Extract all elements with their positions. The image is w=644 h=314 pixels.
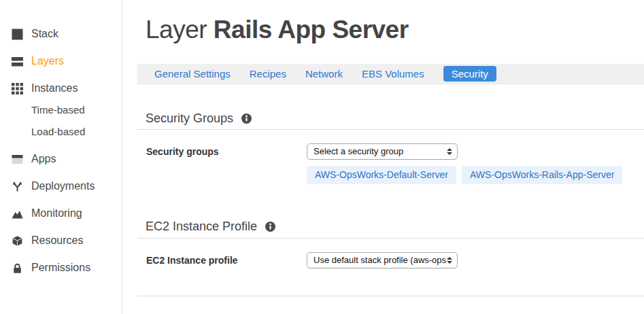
layers-icon — [12, 56, 23, 67]
sidebar-item-load-based[interactable]: Load-based — [0, 124, 122, 138]
select-value: Select a security group — [313, 146, 403, 156]
sidebar-item-resources[interactable]: Resources — [0, 234, 122, 247]
apps-icon — [12, 154, 23, 165]
security-groups-row: Security groups Select a security group … — [146, 143, 644, 184]
tab-recipes[interactable]: Recipes — [240, 64, 296, 84]
sidebar-item-label: Load-based — [31, 126, 85, 137]
security-groups-field: Select a security group AWS-OpsWorks-Def… — [307, 143, 622, 184]
sidebar-item-deployments[interactable]: Deployments — [0, 179, 122, 193]
sidebar-item-label: Instances — [31, 82, 78, 94]
sidebar-item-label: Resources — [31, 234, 83, 247]
deployments-fork-icon — [12, 181, 23, 192]
instances-grid-icon — [12, 83, 23, 94]
tab-bar: General Settings Recipes Network EBS Vol… — [137, 64, 644, 84]
sidebar-item-time-based[interactable]: Time-based — [0, 103, 122, 116]
main-panel: Layer Rails App Server General Settings … — [122, 0, 644, 314]
sidebar-item-apps[interactable]: Apps — [0, 152, 122, 166]
security-group-badges: AWS-OpsWorks-Default-Server AWS-OpsWorks… — [307, 166, 622, 184]
resources-cube-icon — [12, 235, 23, 247]
tab-security[interactable]: Security — [443, 66, 496, 82]
opsworks-layer-page: Stack Layers Ins — [0, 0, 644, 314]
sidebar-item-label: Stack — [31, 28, 58, 40]
info-icon[interactable] — [241, 114, 252, 124]
section-heading-ec2-instance-profile: EC2 Instance Profile — [146, 219, 644, 234]
section-heading-text: EC2 Instance Profile — [146, 220, 257, 234]
sidebar-item-label: Deployments — [31, 180, 95, 192]
section-heading-security-groups: Security Groups — [146, 111, 644, 126]
tab-ebs-volumes[interactable]: EBS Volumes — [352, 64, 434, 84]
sidebar-item-label: Permissions — [31, 262, 90, 274]
tab-general-settings[interactable]: General Settings — [145, 64, 240, 84]
select-arrows-icon — [446, 144, 452, 159]
ec2-instance-profile-label: EC2 Instance profile — [146, 252, 307, 268]
security-groups-label: Security groups — [146, 143, 307, 184]
sidebar-item-label: Apps — [31, 153, 56, 165]
sidebar-item-permissions[interactable]: Permissions — [0, 261, 122, 275]
section-heading-text: Security Groups — [146, 111, 233, 126]
sidebar-item-label: Monitoring — [31, 207, 82, 220]
badge-default-server[interactable]: AWS-OpsWorks-Default-Server — [307, 166, 456, 184]
sidebar-item-instances[interactable]: Instances — [0, 82, 122, 95]
tab-network[interactable]: Network — [296, 64, 352, 84]
ec2-instance-profile-row: EC2 Instance profile Use default stack p… — [146, 252, 644, 268]
sidebar-item-label: Time-based — [31, 104, 85, 116]
monitoring-chart-icon — [12, 208, 23, 220]
divider — [137, 296, 644, 296]
page-title: Layer Rails App Server — [146, 16, 644, 44]
security-groups-select[interactable]: Select a security group — [307, 143, 458, 160]
divider — [137, 238, 644, 239]
sidebar-item-monitoring[interactable]: Monitoring — [0, 207, 122, 220]
info-icon[interactable] — [265, 222, 275, 232]
sidebar-item-stack[interactable]: Stack — [0, 27, 122, 41]
lock-icon — [12, 262, 23, 274]
ec2-instance-profile-select[interactable]: Use default stack profile (aws-ops — [307, 252, 458, 268]
sidebar-item-label: Layers — [31, 55, 64, 67]
divider — [137, 129, 644, 130]
ec2-instance-profile-field: Use default stack profile (aws-ops — [307, 252, 458, 268]
page-title-name: Rails App Server — [214, 16, 409, 43]
badge-rails-app-server[interactable]: AWS-OpsWorks-Rails-App-Server — [462, 166, 622, 184]
sidebar: Stack Layers Ins — [0, 0, 122, 314]
select-arrows-icon — [446, 253, 452, 268]
select-value: Use default stack profile (aws-ops — [313, 255, 446, 265]
sidebar-item-layers[interactable]: Layers — [0, 54, 122, 68]
stack-icon — [12, 29, 23, 40]
page-title-prefix: Layer — [146, 16, 207, 43]
sidebar-nav: Stack Layers Ins — [0, 27, 122, 275]
